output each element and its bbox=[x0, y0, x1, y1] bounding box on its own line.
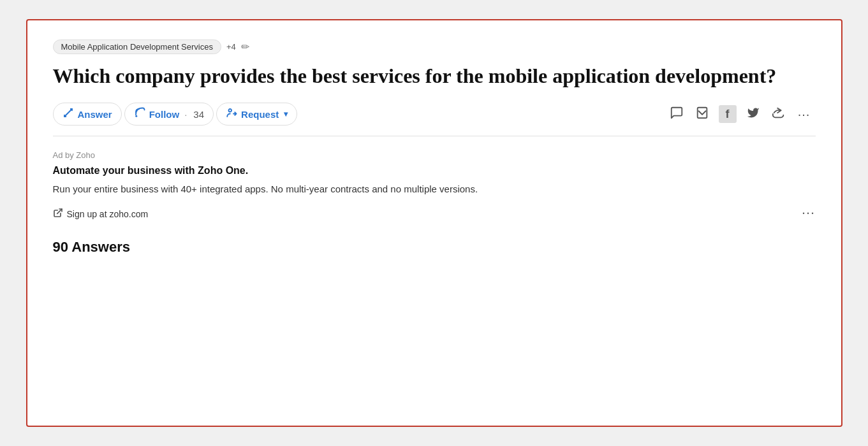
follow-separator: · bbox=[184, 109, 187, 120]
svg-rect-2 bbox=[697, 107, 707, 118]
more-icon: ··· bbox=[798, 108, 811, 120]
request-icon bbox=[226, 107, 237, 121]
comment-button[interactable] bbox=[665, 103, 688, 126]
extra-tags[interactable]: +4 bbox=[226, 42, 236, 52]
follow-button[interactable]: Follow · 34 bbox=[124, 103, 214, 126]
facebook-button[interactable]: f bbox=[716, 103, 739, 126]
ad-link[interactable]: Sign up at zoho.com bbox=[53, 208, 149, 220]
question-title: Which company provides the best services… bbox=[53, 63, 816, 89]
facebook-icon: f bbox=[719, 105, 737, 123]
request-button[interactable]: Request ▾ bbox=[216, 103, 297, 126]
follow-label: Follow bbox=[149, 109, 180, 120]
external-link-icon bbox=[53, 208, 63, 220]
svg-point-0 bbox=[135, 115, 137, 117]
follow-icon bbox=[134, 107, 145, 121]
twitter-button[interactable] bbox=[742, 103, 765, 126]
comment-icon bbox=[670, 106, 684, 123]
edit-tag-icon[interactable]: ✏ bbox=[241, 41, 249, 53]
answer-label: Answer bbox=[78, 109, 112, 120]
ad-link-row: Sign up at zoho.com ··· bbox=[53, 206, 816, 221]
more-button[interactable]: ··· bbox=[793, 103, 816, 126]
ad-link-text: Sign up at zoho.com bbox=[67, 209, 149, 219]
answer-icon bbox=[63, 107, 74, 121]
follow-count: 34 bbox=[193, 109, 204, 120]
downvote-icon bbox=[695, 106, 709, 123]
svg-point-1 bbox=[229, 109, 232, 112]
ad-title: Automate your business with Zoho One. bbox=[53, 165, 816, 176]
share-icon bbox=[772, 106, 786, 123]
primary-tag[interactable]: Mobile Application Development Services bbox=[53, 40, 221, 54]
answers-count: 90 Answers bbox=[53, 239, 816, 255]
action-bar: Answer Follow · 34 bbox=[53, 103, 816, 136]
main-container: Mobile Application Development Services … bbox=[26, 19, 842, 427]
tags-row: Mobile Application Development Services … bbox=[53, 40, 816, 54]
twitter-icon bbox=[747, 106, 760, 122]
request-chevron: ▾ bbox=[284, 110, 288, 119]
request-label: Request bbox=[241, 109, 279, 120]
share-button[interactable] bbox=[767, 103, 790, 126]
ad-more-button[interactable]: ··· bbox=[802, 206, 816, 221]
ad-body: Run your entire business with 40+ integr… bbox=[53, 182, 499, 196]
svg-line-3 bbox=[57, 209, 61, 213]
answer-button[interactable]: Answer bbox=[53, 103, 122, 126]
ad-section: Ad by Zoho Automate your business with Z… bbox=[53, 150, 816, 221]
ad-label: Ad by Zoho bbox=[53, 150, 816, 160]
downvote-button[interactable] bbox=[691, 103, 714, 126]
